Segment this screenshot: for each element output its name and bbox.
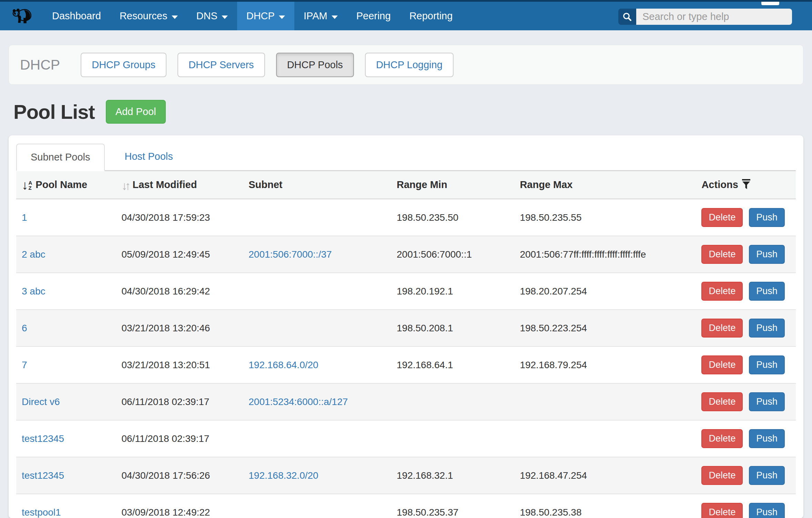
column-header-actions[interactable]: Actions (696, 171, 796, 199)
title-row: Pool List Add Pool (13, 100, 803, 124)
table-row: testpool1 03/09/2018 12:49:22 198.50.235… (16, 494, 796, 518)
column-header-range-min[interactable]: Range Min (391, 171, 514, 199)
filter-funnel-icon[interactable] (742, 179, 751, 189)
window-artifact (761, 2, 779, 5)
pool-name-link[interactable]: 3 abc (22, 286, 45, 297)
pool-name-link[interactable]: test12345 (22, 470, 64, 481)
tab-host-pools[interactable]: Host Pools (111, 144, 187, 171)
delete-button[interactable]: Delete (701, 466, 743, 485)
nav-item-ipam[interactable]: IPAM (294, 2, 347, 30)
delete-button[interactable]: Delete (701, 392, 743, 411)
last-modified-cell: 04/30/2018 17:59:23 (116, 199, 243, 236)
sort-alpha-desc-icon[interactable]: ↓AZ (22, 180, 32, 190)
actions-cell: Delete Push (696, 273, 796, 310)
nav-item-dhcp[interactable]: DHCP (237, 2, 294, 30)
range-max-cell (514, 383, 696, 420)
pool-name-cell: testpool1 (16, 494, 116, 518)
dhcp-groups-button[interactable]: DHCP Groups (81, 53, 166, 77)
push-button[interactable]: Push (749, 503, 785, 518)
column-header-last-modified[interactable]: ↓↑Last Modified (116, 171, 243, 199)
nav-item-dns[interactable]: DNS (187, 2, 237, 30)
dhcp-pools-button[interactable]: DHCP Pools (276, 53, 354, 77)
top-navbar: Dashboard Resources DNS DHCP IPAM Peerin… (0, 0, 812, 30)
nav-label: Resources (120, 10, 168, 22)
subnet-cell: 2001:506:7000::/37 (243, 236, 391, 273)
tab-subnet-pools[interactable]: Subnet Pools (16, 144, 105, 171)
last-modified-cell: 05/09/2018 12:49:45 (116, 236, 243, 273)
search-icon[interactable] (618, 9, 636, 25)
range-min-cell (391, 420, 514, 457)
push-button[interactable]: Push (749, 466, 785, 485)
column-header-subnet[interactable]: Subnet (243, 171, 391, 199)
pool-name-cell: test12345 (16, 457, 116, 494)
range-min-cell: 198.50.235.37 (391, 494, 514, 518)
range-min-cell (391, 383, 514, 420)
chevron-down-icon (222, 15, 228, 19)
delete-button[interactable]: Delete (701, 319, 743, 338)
pool-name-link[interactable]: 1 (22, 212, 27, 223)
delete-button[interactable]: Delete (701, 282, 743, 301)
pool-name-link[interactable]: testpool1 (22, 507, 61, 518)
dhcp-servers-button[interactable]: DHCP Servers (177, 53, 265, 77)
pool-name-cell: 1 (16, 199, 116, 236)
pool-table: ↓AZPool Name ↓↑Last Modified Subnet Rang… (16, 171, 796, 518)
last-modified-cell: 04/30/2018 16:29:42 (116, 273, 243, 310)
push-button[interactable]: Push (749, 245, 785, 264)
range-min-cell: 198.20.192.1 (391, 273, 514, 310)
delete-button[interactable]: Delete (701, 429, 743, 448)
delete-button[interactable]: Delete (701, 355, 743, 374)
table-row: 3 abc 04/30/2018 16:29:42 198.20.192.1 1… (16, 273, 796, 310)
nav-item-resources[interactable]: Resources (110, 2, 187, 30)
nav-item-dashboard[interactable]: Dashboard (43, 2, 110, 30)
pool-name-link[interactable]: test12345 (22, 433, 64, 444)
delete-button[interactable]: Delete (701, 503, 743, 518)
pool-name-cell: 6 (16, 310, 116, 346)
subnet-link[interactable]: 2001:5234:6000::a/127 (248, 396, 348, 407)
panda-logo[interactable] (0, 2, 43, 30)
pool-name-link[interactable]: 2 abc (22, 249, 45, 260)
range-max-cell: 198.20.207.254 (514, 273, 696, 310)
table-row: 1 04/30/2018 17:59:23 198.50.235.50 198.… (16, 199, 796, 236)
subnet-link[interactable]: 192.168.64.0/20 (248, 360, 318, 370)
page-title: Pool List (13, 100, 95, 123)
range-max-cell: 198.50.235.38 (514, 494, 696, 518)
nav-item-reporting[interactable]: Reporting (400, 2, 462, 30)
section-label: DHCP (20, 57, 60, 73)
column-header-range-max[interactable]: Range Max (514, 171, 696, 199)
column-label: Last Modified (133, 179, 197, 190)
page-content: DHCP DHCP Groups DHCP Servers DHCP Pools… (0, 45, 812, 518)
last-modified-cell: 04/30/2018 17:56:26 (116, 457, 243, 494)
table-row: test12345 06/11/2018 02:39:17 Delete Pus… (16, 420, 796, 457)
column-label: Actions (701, 179, 738, 190)
subnet-cell (243, 420, 391, 457)
range-max-cell (514, 420, 696, 457)
range-max-cell: 198.50.223.254 (514, 310, 696, 346)
push-button[interactable]: Push (749, 282, 785, 301)
pool-list-panel: Subnet Pools Host Pools ↓AZPool Name ↓↑L… (9, 135, 803, 518)
range-min-cell: 198.50.235.50 (391, 199, 514, 236)
add-pool-button[interactable]: Add Pool (106, 100, 166, 124)
subnet-link[interactable]: 2001:506:7000::/37 (248, 249, 332, 260)
table-row: test12345 04/30/2018 17:56:26 192.168.32… (16, 457, 796, 494)
search-input[interactable] (636, 9, 792, 25)
sort-updown-icon[interactable]: ↓↑ (122, 179, 129, 192)
push-button[interactable]: Push (749, 319, 785, 338)
column-header-pool-name[interactable]: ↓AZPool Name (16, 171, 116, 199)
delete-button[interactable]: Delete (701, 208, 743, 227)
dhcp-logging-button[interactable]: DHCP Logging (365, 53, 454, 77)
push-button[interactable]: Push (749, 429, 785, 448)
subnet-link[interactable]: 192.168.32.0/20 (248, 470, 318, 481)
pool-name-link[interactable]: Direct v6 (22, 396, 60, 407)
chevron-down-icon (279, 15, 285, 19)
push-button[interactable]: Push (749, 392, 785, 411)
last-modified-cell: 03/09/2018 12:49:22 (116, 494, 243, 518)
delete-button[interactable]: Delete (701, 245, 743, 264)
last-modified-cell: 03/21/2018 13:20:46 (116, 310, 243, 346)
pool-name-link[interactable]: 7 (22, 360, 27, 370)
pool-name-cell: Direct v6 (16, 383, 116, 420)
column-label: Pool Name (35, 179, 87, 190)
push-button[interactable]: Push (749, 208, 785, 227)
push-button[interactable]: Push (749, 355, 785, 374)
pool-name-link[interactable]: 6 (22, 323, 27, 333)
nav-item-peering[interactable]: Peering (347, 2, 400, 30)
